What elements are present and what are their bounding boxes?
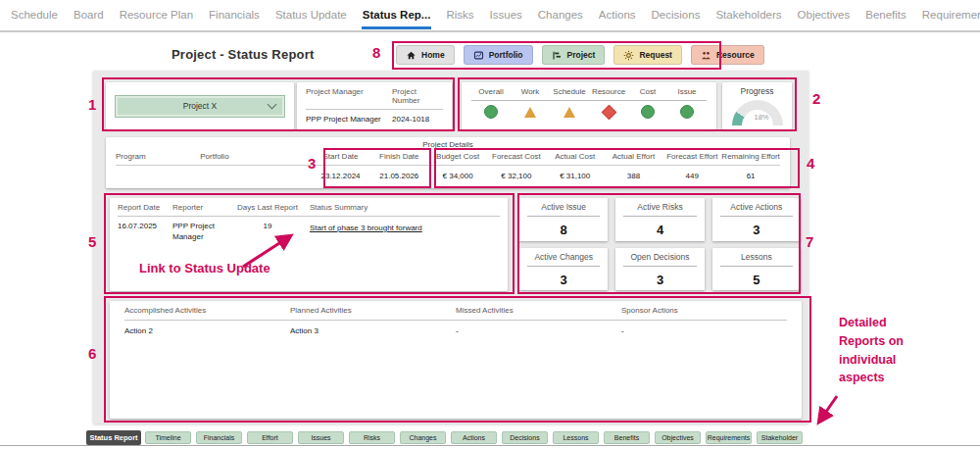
- project-details-card: Project Details Program Portfolio Start …: [106, 137, 790, 188]
- top-nav-tab[interactable]: Stakeholders: [714, 1, 782, 29]
- top-nav-tab[interactable]: Benefits: [864, 1, 907, 29]
- portfolio-button[interactable]: Portfolio: [464, 45, 533, 65]
- status-indicator: Issue: [667, 87, 707, 123]
- project-manager-value: PPP Project Manager: [306, 110, 392, 124]
- project-details-column: Forecast Effort 449: [662, 149, 721, 181]
- kpi-card: Open Decisions 3: [615, 248, 704, 291]
- kpi-grid: Active Issue 8 Active Risks 4 Active Act…: [519, 198, 801, 290]
- home-icon: [406, 50, 416, 61]
- project-dropdown[interactable]: Project X: [115, 95, 285, 118]
- status-shape-icon: [601, 104, 616, 120]
- project-details-title: Project Details: [116, 140, 780, 149]
- top-nav-tab[interactable]: Changes: [537, 1, 584, 29]
- bottom-tab[interactable]: Changes: [400, 431, 446, 444]
- days-last-report-header: Days Last Report: [233, 203, 302, 217]
- annotation-number-8: 8: [372, 44, 380, 61]
- request-button[interactable]: Request: [613, 45, 682, 65]
- project-details-column: Budget Cost € 34,000: [428, 149, 487, 181]
- bottom-tab[interactable]: Decisions: [502, 431, 548, 444]
- tab-status-report-active[interactable]: Status Report: [86, 430, 141, 445]
- top-nav-tab[interactable]: Objectives: [797, 1, 852, 29]
- status-shape-icon: [524, 107, 536, 118]
- top-nav-tab[interactable]: Risks: [445, 1, 474, 29]
- project-dropdown-value: Project X: [183, 101, 218, 111]
- bottom-tab[interactable]: Benefits: [604, 431, 650, 444]
- status-indicator: Resource: [589, 87, 628, 123]
- project-details-column: Forecast Cost € 32,100: [487, 149, 546, 181]
- home-button[interactable]: Home: [396, 45, 455, 65]
- kpi-card: Active Actions 3: [712, 198, 801, 241]
- top-nav-tab[interactable]: Resource Plan: [119, 1, 194, 29]
- progress-value: 18%: [755, 113, 769, 122]
- project-info-card: Project Manager Project Number PPP Proje…: [297, 82, 452, 129]
- chevron-down-icon: [268, 99, 277, 109]
- status-shape-icon: [641, 105, 655, 119]
- project-details-column: Program: [116, 149, 200, 181]
- status-summary-header: Status Summary: [302, 203, 500, 217]
- bottom-divider: [0, 445, 980, 446]
- activities-column-header: Planned Activities: [290, 306, 456, 321]
- project-details-column: Remaining Effort 61: [721, 149, 780, 181]
- bottom-tab[interactable]: Effort: [247, 431, 293, 444]
- status-indicator: Schedule: [550, 87, 589, 123]
- progress-label: Progress: [722, 82, 792, 96]
- bottom-tab[interactable]: Financials: [196, 431, 242, 444]
- top-nav-tab[interactable]: Issues: [489, 1, 523, 29]
- reporter-value: PPP Project Manager: [172, 217, 233, 243]
- top-nav-tab[interactable]: Decisions: [651, 1, 702, 29]
- bottom-tab[interactable]: Issues: [298, 431, 344, 444]
- top-nav-bar: Schedule Board Resource Plan Financials …: [0, 0, 980, 32]
- project-selector-card: Project X: [106, 82, 294, 129]
- reporter-header: Reporter: [172, 203, 233, 217]
- activities-card: Accomplished Activities Planned Activiti…: [110, 301, 802, 419]
- bottom-tab[interactable]: Objectives: [655, 431, 701, 444]
- progress-gauge: 18%: [732, 100, 783, 125]
- kpi-card: Active Changes 3: [519, 248, 608, 291]
- status-report-card: Report Date Reporter Days Last Report St…: [110, 198, 508, 291]
- progress-card: Progress 18%: [722, 82, 792, 129]
- activities-cell: -: [621, 321, 787, 335]
- kpi-card: Lessons 5: [712, 248, 801, 291]
- activities-column-header: Missed Activities: [456, 306, 621, 321]
- bottom-tab[interactable]: Requirements: [706, 431, 752, 444]
- top-nav-tab[interactable]: Requirements: [921, 1, 980, 29]
- report-date-header: Report Date: [118, 203, 172, 217]
- top-nav-tab[interactable]: Status Rep...: [362, 1, 432, 29]
- detailed-reports-note: Detailed Reports on individual aspects: [839, 314, 917, 387]
- resource-button[interactable]: Resource: [691, 45, 764, 65]
- resource-people-icon: [701, 50, 711, 61]
- kpi-card: Active Risks 4: [615, 198, 704, 241]
- kpi-card: Active Issue 8: [519, 198, 608, 241]
- report-date-value: 16.07.2025: [118, 217, 172, 243]
- status-indicator: Work: [511, 87, 550, 123]
- top-nav-tab[interactable]: Financials: [208, 1, 261, 29]
- top-nav-tab[interactable]: Board: [73, 1, 105, 29]
- status-summary-link[interactable]: Start of phase 3 brought forward: [310, 219, 422, 232]
- project-gantt-icon: [552, 50, 563, 61]
- top-nav-tab[interactable]: Actions: [598, 1, 637, 29]
- project-details-column: Actual Cost € 31,100: [546, 149, 605, 181]
- activities-column-header: Sponsor Actions: [621, 306, 787, 321]
- bottom-tab[interactable]: Timeline: [145, 431, 191, 444]
- status-indicator: Overall: [471, 87, 511, 123]
- request-sun-icon: [623, 50, 634, 61]
- bottom-tab[interactable]: Actions: [451, 431, 497, 444]
- bottom-tab[interactable]: Lessons: [553, 431, 599, 444]
- status-indicator: Cost: [628, 87, 667, 123]
- bottom-tab[interactable]: Stakeholder: [757, 431, 803, 444]
- status-indicators-card: Overall Work Schedule Resource Cost: [462, 82, 716, 129]
- status-shape-icon: [564, 107, 575, 118]
- top-nav-tab[interactable]: Schedule: [10, 1, 59, 29]
- top-nav-tab[interactable]: Status Update: [274, 1, 348, 29]
- portfolio-icon: [473, 50, 484, 61]
- annotation-arrow-detail: [809, 390, 851, 431]
- project-details-column: Portfolio: [200, 149, 311, 181]
- project-manager-label: Project Manager: [306, 87, 392, 110]
- status-shape-icon: [680, 105, 694, 119]
- project-details-column: Actual Effort 388: [605, 149, 663, 181]
- page-title: Project - Status Report: [172, 47, 314, 62]
- days-last-report-value: 19: [233, 217, 302, 243]
- activities-column-header: Accomplished Activities: [124, 306, 290, 321]
- project-button[interactable]: Project: [542, 45, 606, 65]
- bottom-tab[interactable]: Risks: [349, 431, 395, 444]
